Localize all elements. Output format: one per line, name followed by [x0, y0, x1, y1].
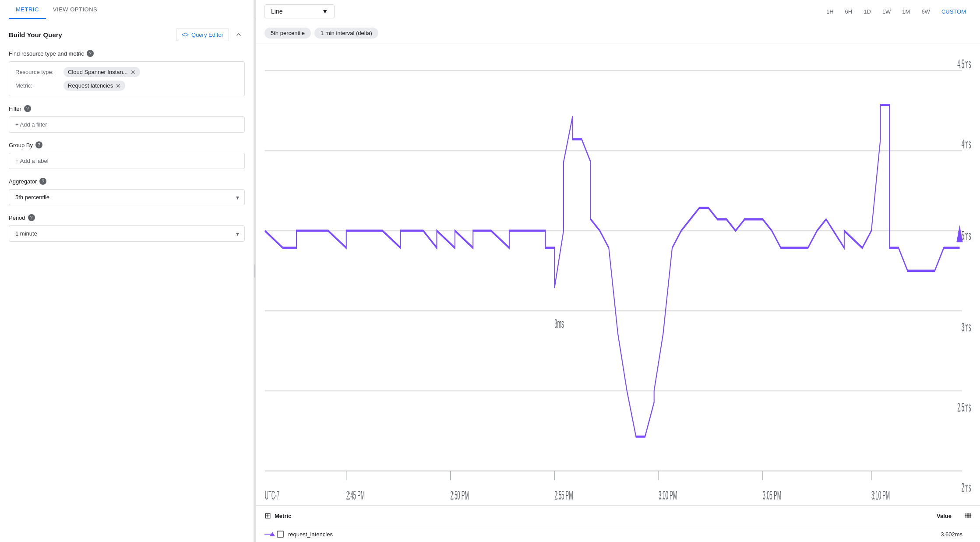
legend-metric-name: request_latencies [288, 531, 333, 538]
chart-type-label: Line [271, 8, 282, 15]
svg-text:3ms: 3ms [554, 317, 564, 331]
filter-chip-interval[interactable]: 1 min interval (delta) [314, 28, 378, 39]
svg-text:4.5ms: 4.5ms [957, 57, 971, 71]
aggregator-select[interactable]: 5th percentile mean sum min max [9, 190, 244, 205]
tabs-header: METRIC VIEW OPTIONS [0, 0, 254, 19]
metric-chip[interactable]: Request latencies ✕ [63, 81, 125, 91]
metric-key: Metric: [15, 82, 63, 89]
metric-value: Request latencies [68, 82, 113, 89]
resource-type-key: Resource type: [15, 69, 63, 75]
group-by-section: Group By ? + Add a label [9, 141, 245, 169]
aggregator-select-wrapper: 5th percentile mean sum min max ▾ [9, 189, 245, 205]
svg-text:2ms: 2ms [962, 480, 971, 494]
chart-type-arrow-icon: ▼ [322, 8, 328, 15]
svg-text:2.5ms: 2.5ms [957, 400, 971, 414]
resource-type-close-icon[interactable]: ✕ [130, 69, 136, 75]
svg-text:4ms: 4ms [962, 137, 971, 151]
svg-text:3ms: 3ms [962, 320, 971, 334]
period-select-wrapper: 1 minute 5 minutes 10 minutes 1 hour ▾ [9, 225, 245, 242]
resource-type-chip[interactable]: Cloud Spanner Instan... ✕ [63, 67, 140, 77]
time-buttons: 1H 6H 1D 1W 1M 6W CUSTOM [821, 6, 971, 18]
svg-text:3:05 PM: 3:05 PM [763, 488, 781, 503]
svg-text:3:10 PM: 3:10 PM [871, 488, 890, 503]
legend-metric-value: 3.602ms [941, 531, 962, 538]
chart-toolbar: Line ▼ 1H 6H 1D 1W 1M 6W CUSTOM [256, 0, 980, 23]
period-section: Period ? 1 minute 5 minutes 10 minutes 1… [9, 214, 245, 242]
resource-type-row: Resource type: Cloud Spanner Instan... ✕ [15, 67, 238, 77]
find-resource-label: Find resource type and metric ? [9, 50, 245, 57]
group-by-label: Group By ? [9, 141, 245, 148]
build-query-header: Build Your Query <> Query Editor [9, 28, 245, 41]
filter-label: Filter ? [9, 105, 245, 112]
build-query-title: Build Your Query [9, 31, 62, 39]
add-label-input[interactable]: + Add a label [9, 153, 245, 169]
chart-legend-header: ⊞ Metric Value ⫲⫲⫲ [256, 505, 980, 526]
add-filter-input[interactable]: + Add a filter [9, 116, 245, 133]
legend-metric-header: Metric [275, 513, 291, 519]
time-btn-1m[interactable]: 1M [897, 6, 915, 18]
svg-text:2:55 PM: 2:55 PM [554, 488, 573, 503]
query-editor-label: Query Editor [191, 32, 223, 38]
filter-chips-row: 5th percentile 1 min interval (delta) [256, 23, 980, 43]
period-label: Period ? [9, 214, 245, 221]
group-by-help-icon[interactable]: ? [35, 141, 42, 148]
aggregator-help-icon[interactable]: ? [39, 178, 46, 185]
resource-type-value: Cloud Spanner Instan... [68, 69, 128, 75]
svg-text:UTC-7: UTC-7 [265, 488, 279, 503]
svg-text:3:00 PM: 3:00 PM [659, 488, 677, 503]
metric-close-icon[interactable]: ✕ [116, 83, 121, 89]
legend-row: request_latencies 3.602ms [256, 526, 980, 542]
time-btn-1d[interactable]: 1D [858, 6, 876, 18]
chart-svg: 4.5ms 4ms 3.5ms 3ms 2.5ms 2ms UTC-7 2:45… [256, 48, 980, 505]
chart-area: 4.5ms 4ms 3.5ms 3ms 2.5ms 2ms UTC-7 2:45… [256, 43, 980, 505]
legend-value-header: Value [937, 513, 952, 519]
tab-metric[interactable]: METRIC [9, 0, 46, 19]
collapse-button[interactable] [233, 28, 245, 41]
legend-columns-icon[interactable]: ⫲⫲⫲ [965, 512, 971, 520]
time-btn-custom[interactable]: CUSTOM [936, 6, 971, 18]
filter-chip-percentile[interactable]: 5th percentile [264, 28, 311, 39]
find-resource-help-icon[interactable]: ? [87, 50, 94, 57]
code-icon: <> [182, 31, 189, 38]
legend-line-marker [264, 531, 275, 537]
metric-row: Metric: Request latencies ✕ [15, 81, 238, 91]
legend-checkbox[interactable] [277, 531, 284, 538]
filter-section: Filter ? + Add a filter [9, 105, 245, 133]
time-btn-6w[interactable]: 6W [916, 6, 935, 18]
query-editor-button[interactable]: <> Query Editor [176, 28, 229, 41]
time-btn-1h[interactable]: 1H [821, 6, 839, 18]
time-btn-1w[interactable]: 1W [877, 6, 896, 18]
svg-text:2:50 PM: 2:50 PM [451, 488, 469, 503]
chart-type-select[interactable]: Line ▼ [264, 4, 335, 18]
period-help-icon[interactable]: ? [28, 214, 35, 221]
aggregator-section: Aggregator ? 5th percentile mean sum min… [9, 178, 245, 205]
aggregator-label: Aggregator ? [9, 178, 245, 185]
svg-text:2:45 PM: 2:45 PM [346, 488, 365, 503]
period-select[interactable]: 1 minute 5 minutes 10 minutes 1 hour [9, 226, 244, 241]
filter-help-icon[interactable]: ? [24, 105, 31, 112]
tab-view-options[interactable]: VIEW OPTIONS [46, 0, 104, 19]
time-btn-6h[interactable]: 6H [840, 6, 858, 18]
find-resource-section: Find resource type and metric ? Resource… [9, 50, 245, 96]
legend-grid-icon: ⊞ [264, 511, 271, 521]
resource-box: Resource type: Cloud Spanner Instan... ✕… [9, 61, 245, 96]
